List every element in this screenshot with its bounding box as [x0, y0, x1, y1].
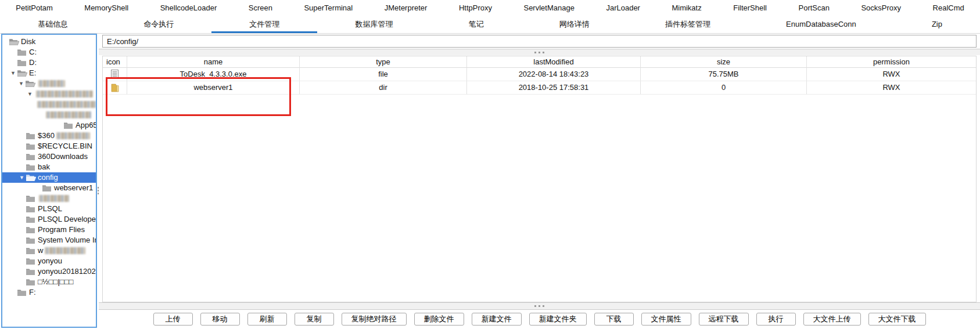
path-input[interactable] [102, 35, 977, 48]
file-table: iconnametypelastModifiedsizepermissionTo… [103, 56, 976, 95]
tree-item-bak[interactable]: bak [2, 162, 96, 172]
folder-icon [26, 247, 37, 254]
content-area: DiskC:D:▼E:▼▼App65$360$RECYCLE.BIN360Dow… [0, 34, 980, 328]
column-header-size[interactable]: size [641, 56, 807, 68]
bottom-splitter[interactable] [99, 302, 980, 310]
folder-icon [17, 49, 28, 56]
folder-icon [26, 205, 37, 212]
tab-plugin-label-manager[interactable]: 插件标签管理 [627, 17, 748, 33]
tab-filtershell[interactable]: FilterShell [717, 0, 782, 17]
tree-item-360[interactable]: $360 [2, 131, 96, 141]
expand-arrow-icon[interactable]: ▼ [26, 89, 34, 99]
tree-item-webserver1[interactable]: webserver1 [2, 183, 96, 193]
folder-open-icon [26, 80, 37, 87]
file-size: 0 [641, 81, 807, 95]
tree-item-system-volume-info[interactable]: System Volume Info [2, 235, 96, 245]
tree-item-redacted[interactable]: ▼ [2, 89, 96, 99]
file-row[interactable]: ToDesk_4.3.3.0.exefile2022-08-14 18:43:2… [103, 68, 976, 81]
upload-button[interactable]: 上传 [153, 313, 193, 326]
tree-item-plsql-developer[interactable]: PLSQL Developer [2, 214, 96, 225]
execute-button[interactable]: 执行 [756, 313, 796, 326]
tree-item-redacted[interactable] [2, 110, 96, 120]
top-splitter[interactable] [99, 49, 980, 55]
tab-mimikatz[interactable]: Mimikatz [656, 0, 717, 17]
tree-item-label: E: [28, 68, 36, 78]
tab-basic-info[interactable]: 基础信息 [0, 17, 106, 33]
tab-jarloader[interactable]: JarLoader [590, 0, 656, 17]
tree-item-label: yonyou [37, 256, 62, 266]
tab-command-exec[interactable]: 命令执行 [106, 17, 211, 33]
tree-item-redacted[interactable]: ▼ [2, 78, 96, 89]
copy-absolute-path-button[interactable]: 复制绝对路径 [342, 313, 407, 326]
new-folder-button[interactable]: 新建文件夹 [529, 313, 587, 326]
tab-enumdatabaseconn[interactable]: EnumDatabaseConn [748, 17, 894, 33]
tab-screen[interactable]: Screen [232, 0, 288, 17]
folder-icon [26, 237, 37, 244]
tree-item-label: webserver1 [53, 183, 93, 193]
tab-socksproxy[interactable]: SocksProxy [845, 0, 917, 17]
copy-button[interactable]: 复制 [295, 313, 334, 326]
redacted-text [45, 247, 85, 254]
tab-superterminal[interactable]: SuperTerminal [288, 0, 368, 17]
file-properties-button[interactable]: 文件属性 [641, 313, 691, 326]
tab-realcmd[interactable]: RealCmd [917, 0, 980, 17]
refresh-button[interactable]: 刷新 [247, 313, 287, 326]
tree-item-plsql[interactable]: PLSQL [2, 204, 96, 214]
delete-file-button[interactable]: 删除文件 [414, 313, 464, 326]
tree-item-program-flies[interactable]: Program Flies [2, 225, 96, 235]
tab-memoryshell[interactable]: MemoryShell [69, 0, 144, 17]
tree-item-w[interactable]: w [2, 245, 96, 256]
tab-servletmanage[interactable]: ServletManage [508, 0, 590, 17]
download-button[interactable]: 下载 [594, 313, 634, 326]
tab-petitpotam[interactable]: PetitPotam [0, 0, 69, 17]
folder-open-icon [17, 70, 28, 77]
tree-item-label: PLSQL Developer [37, 214, 96, 225]
tree-item-redacted[interactable]: □½□□|□□□ [2, 277, 96, 287]
expand-arrow-icon[interactable]: ▼ [9, 68, 17, 78]
function-tab-bar: 基础信息命令执行文件管理数据库管理笔记网络详情插件标签管理EnumDatabas… [0, 17, 980, 34]
move-button[interactable]: 移动 [200, 313, 240, 326]
tree-item-c[interactable]: C: [2, 47, 96, 57]
new-file-button[interactable]: 新建文件 [472, 313, 522, 326]
folder-icon [26, 195, 37, 202]
expand-arrow-icon[interactable]: ▼ [17, 78, 26, 89]
column-header-icon[interactable]: icon [103, 56, 127, 68]
tree-item-yonyou[interactable]: yonyou [2, 256, 96, 266]
tab-database-manager[interactable]: 数据库管理 [317, 17, 430, 33]
tab-network-details[interactable]: 网络详情 [522, 17, 627, 33]
tree-item-app65[interactable]: App65 [2, 120, 96, 131]
file-type: dir [300, 81, 467, 95]
tab-portscan[interactable]: PortScan [782, 0, 845, 17]
tree-item-yonyou20181202[interactable]: yonyou20181202 [2, 266, 96, 277]
tree-item-disk[interactable]: Disk [2, 37, 96, 47]
tab-jmeterpreter[interactable]: JMeterpreter [368, 0, 443, 17]
tree-item-redacted[interactable] [2, 99, 96, 110]
file-permission: RWX [807, 81, 976, 95]
column-header-lastmodified[interactable]: lastModified [467, 56, 641, 68]
expand-arrow-icon[interactable]: ▼ [17, 172, 26, 183]
tree-item-e[interactable]: ▼E: [2, 68, 96, 78]
column-header-type[interactable]: type [300, 56, 467, 68]
big-file-download-button[interactable]: 大文件下载 [868, 313, 926, 326]
tree-item-d[interactable]: D: [2, 57, 96, 68]
tab-httpproxy[interactable]: HttpProxy [443, 0, 508, 17]
redacted-text [39, 195, 69, 202]
column-header-name[interactable]: name [127, 56, 300, 68]
folder-icon [42, 185, 53, 191]
tab-zip[interactable]: Zip [894, 17, 980, 33]
tree-item-recycle-bin[interactable]: $RECYCLE.BIN [2, 141, 96, 151]
tab-file-manager[interactable]: 文件管理 [211, 17, 317, 33]
redacted-text [46, 111, 91, 118]
tab-shellcodeloader[interactable]: ShellcodeLoader [144, 0, 232, 17]
tab-notes[interactable]: 笔记 [431, 17, 522, 33]
column-header-permission[interactable]: permission [807, 56, 976, 68]
tree-item-360downloads[interactable]: 360Downloads [2, 151, 96, 162]
remote-download-button[interactable]: 远程下载 [699, 313, 749, 326]
big-file-upload-button[interactable]: 大文件上传 [803, 313, 861, 326]
file-row[interactable]: webserver1dir2018-10-25 17:58:310RWX [103, 81, 976, 95]
tree-item-config[interactable]: ▼config [2, 172, 96, 183]
file-tree-panel[interactable]: DiskC:D:▼E:▼▼App65$360$RECYCLE.BIN360Dow… [1, 34, 97, 328]
tree-item-f[interactable]: F: [2, 287, 96, 298]
tree-item-label: Disk [20, 37, 35, 47]
tree-item-redacted[interactable] [2, 193, 96, 204]
